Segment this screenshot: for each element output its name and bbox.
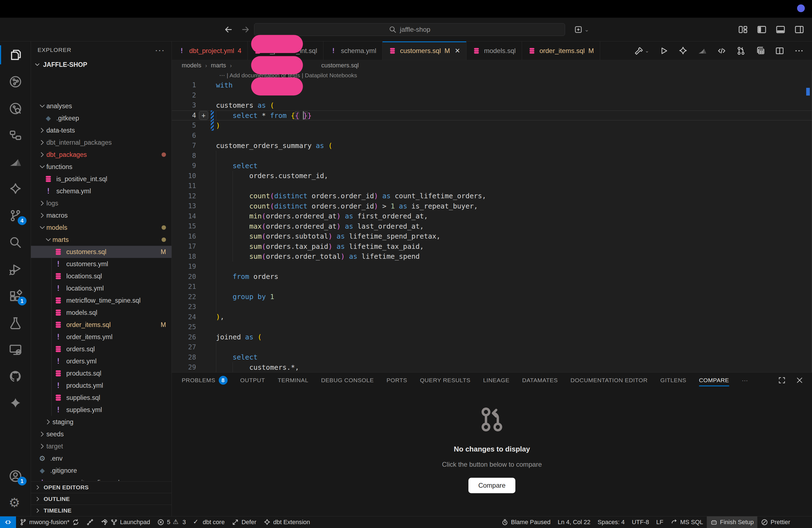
sidebar-item--env[interactable]: ⚙.env (31, 452, 172, 465)
sidebar-item-order-items-sql[interactable]: order_items.sqlM (31, 319, 172, 331)
compare-button[interactable]: Compare (468, 478, 516, 493)
code-line-24[interactable]: 24), (172, 312, 812, 322)
panel-left-icon[interactable] (757, 25, 767, 34)
status-notifications[interactable] (794, 516, 808, 528)
code-line-25[interactable]: 25 (172, 322, 812, 332)
close-icon[interactable]: ✕ (454, 47, 460, 55)
sidebar-item-marts[interactable]: marts (31, 234, 172, 246)
sidebar-item-supplies-sql[interactable]: supplies.sql (31, 392, 172, 404)
close-icon[interactable] (795, 376, 804, 384)
status-problems[interactable]: 5⚠3 (154, 516, 189, 528)
sidebar-item--pre-commit-config-yaml[interactable]: !.pre-commit-config.yaml (31, 476, 172, 481)
activitybar-remote-explorer[interactable] (0, 336, 31, 363)
panel-tab-ports[interactable]: PORTS (387, 372, 407, 388)
sidebar-item-orders-yml[interactable]: !orders.yml (31, 355, 172, 367)
activitybar-extensions[interactable]: 1 (0, 282, 31, 309)
code-line-19[interactable]: 19 (172, 262, 812, 272)
codelens-actions[interactable]: ⋯ | Add documentation or tests | Datapil… (172, 71, 812, 80)
activitybar-dbt-lineage[interactable] (0, 68, 31, 95)
panel-tab-compare[interactable]: COMPARE (699, 372, 729, 388)
tab-customers-sql[interactable]: customers.sqlM✕ (382, 41, 466, 60)
compiled-code-button[interactable] (717, 46, 726, 56)
status-indentation[interactable]: Spaces: 4 (594, 516, 628, 528)
status-dbt-extension[interactable]: dbt Extension (260, 516, 314, 528)
sidebar-section-open-editors[interactable]: OPEN EDITORS (31, 481, 172, 493)
code-line-28[interactable]: 28 select (172, 352, 812, 363)
back-icon[interactable] (224, 25, 233, 34)
sidebar-item-products-sql[interactable]: products.sql (31, 367, 172, 379)
code-line-10[interactable]: 10 orders.customer_id, (172, 171, 812, 181)
code-line-18[interactable]: 18 sum(orders.order_total) as lifetime_s… (172, 252, 812, 262)
dbt-power-user-action-button[interactable] (678, 46, 688, 56)
sidebar-item-dbt-packages[interactable]: dbt_packages (31, 149, 172, 161)
activitybar-source-control[interactable]: 4 (0, 202, 31, 229)
breadcrumb-item[interactable]: models (182, 62, 201, 69)
activitybar-run-and-debug[interactable] (0, 256, 31, 282)
code-line-2[interactable]: 2 (172, 90, 812, 101)
sidebar-item-data-tests[interactable]: data-tests (31, 124, 172, 136)
sidebar-item-staging[interactable]: staging (31, 416, 172, 428)
dbt-build-button[interactable]: ⌄ (634, 46, 649, 56)
code-line-6[interactable]: 6 (172, 131, 812, 141)
status-prettier[interactable]: Prettier (757, 516, 794, 528)
sidebar-item-customers-sql[interactable]: customers.sqlM (31, 246, 172, 258)
code-line-13[interactable]: 13 count(distinct orders.order_id) > 1 a… (172, 201, 812, 211)
activitybar-flowchart[interactable] (0, 122, 31, 149)
status-launchpad[interactable]: Launchpad (97, 516, 154, 528)
code-line-23[interactable]: 23 (172, 302, 812, 312)
activitybar-github[interactable] (0, 363, 31, 390)
explorer-more-actions[interactable]: ··· (155, 45, 165, 55)
panel-tab-debug-console[interactable]: DEBUG CONSOLE (321, 372, 374, 388)
code-line-21[interactable]: 21 (172, 282, 812, 292)
sidebar-item-target[interactable]: target (31, 440, 172, 452)
split-editor-button[interactable] (775, 46, 784, 56)
code-line-12[interactable]: 12 count(distinct orders.order_id) as co… (172, 191, 812, 201)
activitybar-altimate[interactable] (0, 149, 31, 175)
code-line-27[interactable]: 27 (172, 342, 812, 352)
sidebar-item-order-items-yml[interactable]: !order_items.yml (31, 331, 172, 343)
code-editor[interactable]: ⋯ | Add documentation or tests | Datapil… (172, 71, 812, 372)
code-line-3[interactable]: 3customers as ( (172, 100, 812, 111)
status-blame[interactable]: Blame Paused (498, 516, 554, 528)
activitybar-accounts[interactable]: 1 (0, 463, 31, 489)
sidebar-section-outline[interactable]: OUTLINE (31, 493, 172, 504)
sidebar-item-is-positive-int-sql[interactable]: is_positive_int.sql (31, 173, 172, 185)
status-language-mode[interactable]: MS SQL (667, 516, 707, 528)
panel-tab-datamates[interactable]: DATAMATES (522, 372, 558, 388)
status-defer[interactable]: Defer (228, 516, 260, 528)
activitybar-dbt-power-user[interactable] (0, 175, 31, 202)
code-line-9[interactable]: 9 select (172, 161, 812, 171)
sidebar-item-metricflow-time-spine-sql[interactable]: metricflow_time_spine.sql (31, 294, 172, 307)
panel-tab-terminal[interactable]: TERMINAL (278, 372, 308, 388)
sidebar-item-orders-sql[interactable]: orders.sql (31, 343, 172, 355)
code-line-20[interactable]: 20 from orders (172, 272, 812, 282)
query-results-button[interactable] (756, 46, 765, 56)
sidebar-item-dbt-internal-packages[interactable]: dbt_internal_packages (31, 136, 172, 149)
panel-right-icon[interactable] (794, 25, 804, 34)
code-line-11[interactable]: 11 (172, 181, 812, 191)
remote-indicator[interactable] (0, 516, 16, 528)
activitybar-search[interactable] (0, 229, 31, 256)
status-cursor-position[interactable]: Ln 4, Col 22 (554, 516, 594, 528)
panel-bottom-icon[interactable] (775, 25, 785, 34)
sidebar-item-models[interactable]: models (31, 221, 172, 234)
status-encoding[interactable]: UTF-8 (628, 516, 653, 528)
sidebar-item-seeds[interactable]: seeds (31, 428, 172, 440)
code-line-22[interactable]: 22 group by 1 (172, 292, 812, 302)
sidebar-item-analyses[interactable]: analyses (31, 100, 172, 112)
code-line-17[interactable]: 17 sum(orders.tax_paid) as lifetime_tax_… (172, 241, 812, 252)
panel-tab-problems[interactable]: PROBLEMS8 (182, 372, 228, 388)
sidebar-item-products-yml[interactable]: !products.yml (31, 379, 172, 392)
code-line-7[interactable]: 7customer_orders_summary as ( (172, 141, 812, 151)
sidebar-item-functions[interactable]: functions (31, 161, 172, 173)
sidebar-item--gitkeep[interactable]: ◆.gitkeep (31, 112, 172, 124)
sidebar-section-timeline[interactable]: TIMELINE (31, 504, 172, 516)
status-git-graph[interactable] (83, 516, 97, 528)
status-eol[interactable]: LF (653, 516, 667, 528)
sidebar-item-logs[interactable]: logs (31, 197, 172, 209)
more-actions-button[interactable] (794, 46, 804, 56)
code-line-5[interactable]: 5) (172, 120, 812, 131)
git-compare-button[interactable] (736, 46, 746, 56)
panel-tab-documentation-editor[interactable]: DOCUMENTATION EDITOR (570, 372, 648, 388)
breadcrumb-item[interactable]: marts (211, 62, 226, 69)
